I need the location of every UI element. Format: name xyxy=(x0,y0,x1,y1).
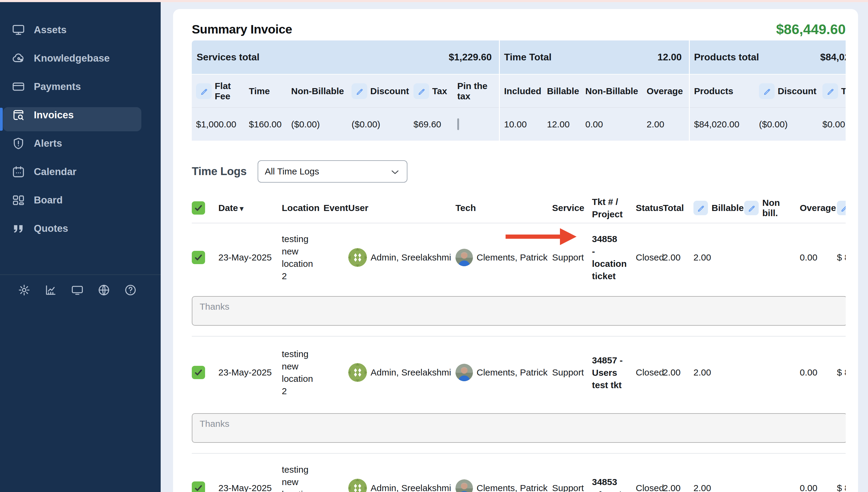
reports-chart-icon[interactable] xyxy=(44,284,57,297)
summary-services-section: Services total $1,229.60 Flat Fee Time N… xyxy=(192,41,499,141)
log-overage: 0.00 xyxy=(793,252,829,263)
globe-icon[interactable] xyxy=(97,284,111,297)
sidebar-item-calendar[interactable]: Calendar xyxy=(11,158,154,185)
edit-products-discount-button[interactable] xyxy=(759,83,775,99)
shield-alert-icon xyxy=(11,137,25,150)
sidebar-item-invoices[interactable]: Invoices xyxy=(11,102,154,128)
select-all-checkbox[interactable] xyxy=(192,201,205,215)
log-overage: 0.00 xyxy=(793,367,829,377)
edit-non-billable-button[interactable] xyxy=(744,201,759,215)
display-icon[interactable] xyxy=(71,284,84,297)
invoice-grand-total: $86,449.60 xyxy=(776,21,846,38)
col-header-date[interactable]: Date▾ xyxy=(218,203,281,213)
log-total: 2.00 xyxy=(657,483,688,492)
log-date: 23-May-2025 xyxy=(218,367,281,377)
log-ticket-link[interactable]: 34853 - Asset xyxy=(585,476,624,492)
edit-products-tax-button[interactable] xyxy=(822,83,838,99)
col-header-non-billable: Non bill. xyxy=(762,198,793,218)
sidebar-footer xyxy=(18,284,137,297)
time-logs-clip: Date▾ Location Event User Tech Service T… xyxy=(192,183,846,492)
edit-amount-button[interactable] xyxy=(837,201,846,215)
tech-avatar xyxy=(455,249,473,266)
sidebar-item-board[interactable]: Board xyxy=(11,187,154,214)
sidebar-item-alerts[interactable]: Alerts xyxy=(11,130,154,157)
log-service: Support xyxy=(547,367,585,377)
edit-flat-fee-button[interactable] xyxy=(196,83,212,99)
products-tax-value: $0.00 xyxy=(818,119,846,129)
log-ticket-link[interactable]: 34858 - location ticket xyxy=(585,233,624,282)
time-logs-heading: Time Logs xyxy=(192,165,247,178)
log-tech[interactable]: Clements, Patrick xyxy=(477,367,548,377)
log-ticket-link[interactable]: 34857 - Users test tkt xyxy=(585,354,624,391)
log-status: Closed xyxy=(624,252,657,263)
sidebar-item-assets[interactable]: Assets xyxy=(11,17,154,43)
edit-discount-button[interactable] xyxy=(352,83,367,99)
sidebar-item-label: Alerts xyxy=(34,138,62,149)
col-header-location: Location xyxy=(281,203,320,213)
flat-fee-value: $1,000.00 xyxy=(192,119,245,129)
col-time: Time xyxy=(249,86,270,96)
pin-the-tax-checkbox[interactable] xyxy=(457,118,459,130)
log-status: Closed xyxy=(624,367,657,377)
row-checkbox[interactable] xyxy=(192,251,205,264)
services-total-label: Services total xyxy=(197,52,260,63)
app-screen: Assets Knowledgebase Payments Invoices xyxy=(0,0,868,492)
time-logs-filter-value: All Time Logs xyxy=(265,166,319,177)
log-user[interactable]: Admin, Sreelakshmi xyxy=(370,483,451,492)
log-note-input[interactable]: Thanks xyxy=(192,296,846,326)
tech-avatar xyxy=(455,479,473,492)
overage-value: 2.00 xyxy=(643,119,689,129)
log-user[interactable]: Admin, Sreelakshmi xyxy=(370,252,451,263)
chevron-down-icon xyxy=(391,166,399,177)
sidebar-item-label: Quotes xyxy=(34,223,68,234)
time-logs-table: Date▾ Location Event User Tech Service T… xyxy=(192,193,846,492)
products-total-label: Products total xyxy=(694,52,759,63)
col-header-overage: Overage xyxy=(793,203,829,213)
col-discount: Discount xyxy=(370,86,409,96)
settings-gear-icon[interactable] xyxy=(18,284,31,297)
col-header-tech: Tech xyxy=(447,203,547,213)
billable-value: 12.00 xyxy=(543,119,581,129)
log-note-input[interactable]: Thanks xyxy=(192,413,846,443)
sidebar-item-knowledgebase[interactable]: Knowledgebase xyxy=(11,45,154,72)
summary-table: Services total $1,229.60 Flat Fee Time N… xyxy=(192,41,846,141)
sidebar-item-label: Calendar xyxy=(34,166,76,177)
sidebar-item-quotes[interactable]: Quotes xyxy=(11,215,154,242)
log-amount: $ 8 xyxy=(829,367,846,377)
sidebar-item-label: Assets xyxy=(34,24,67,35)
user-avatar xyxy=(348,363,367,382)
log-tech[interactable]: Clements, Patrick xyxy=(477,483,548,492)
sort-caret-icon: ▾ xyxy=(240,204,243,213)
discount-value: ($0.00) xyxy=(347,119,409,129)
user-avatar xyxy=(348,248,367,267)
log-date: 23-May-2025 xyxy=(218,252,281,263)
top-edge-strip xyxy=(0,0,868,2)
sidebar-item-payments[interactable]: Payments xyxy=(11,73,154,100)
time-total-value: 12.00 xyxy=(657,52,682,63)
row-checkbox[interactable] xyxy=(192,482,205,492)
col-flat-fee: Flat Fee xyxy=(215,81,245,101)
sidebar: Assets Knowledgebase Payments Invoices xyxy=(0,2,161,492)
time-non-billable-value: 0.00 xyxy=(581,119,643,129)
edit-billable-button[interactable] xyxy=(694,201,708,215)
time-total-label: Time Total xyxy=(504,52,552,63)
log-tech[interactable]: Clements, Patrick xyxy=(477,252,548,263)
invoice-card: Summary Invoice $86,449.60 Services tota… xyxy=(173,9,858,492)
time-value: $160.00 xyxy=(245,119,287,129)
col-products-tax: Tax xyxy=(841,86,846,96)
tech-avatar xyxy=(455,364,473,381)
time-logs-filter-select[interactable]: All Time Logs xyxy=(258,160,407,182)
edit-tax-button[interactable] xyxy=(413,83,429,99)
log-user[interactable]: Admin, Sreelakshmi xyxy=(370,367,451,377)
time-log-row: 23-May-2025 testing new location 2 Admin… xyxy=(192,223,846,291)
log-location: testing new location 2 xyxy=(281,463,320,492)
log-total: 2.00 xyxy=(657,252,688,263)
credit-card-icon xyxy=(11,80,25,94)
help-icon[interactable] xyxy=(124,284,137,297)
summary-time-section: Time Total 12.00 Included Billable Non-B… xyxy=(500,41,689,141)
row-checkbox[interactable] xyxy=(192,366,205,379)
col-overage: Overage xyxy=(647,86,683,96)
products-discount-value: ($0.00) xyxy=(755,119,818,129)
tax-value: $69.60 xyxy=(409,119,453,129)
sidebar-divider xyxy=(0,274,161,275)
